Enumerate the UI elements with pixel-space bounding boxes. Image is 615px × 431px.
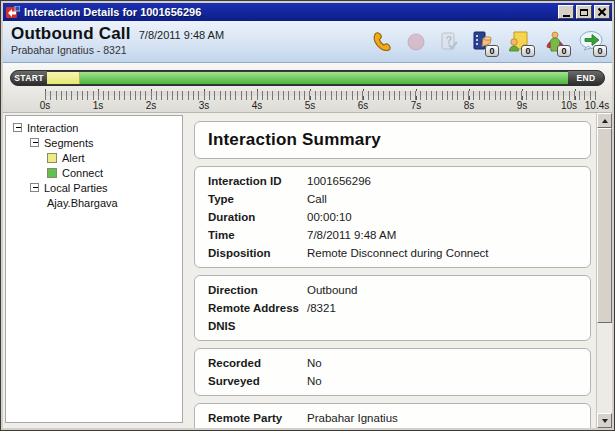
field-row: Remote Party Prabahar Ignatius [195,409,590,427]
field-label: Type [195,193,307,205]
participants-count-badge: 0 [557,45,571,57]
minimize-icon [563,15,570,17]
summary-title-box: Interaction Summary [194,121,591,159]
tree-label-local-party: Ajay.Bhargava [47,197,118,209]
window-title: Interaction Details for 1001656296 [24,6,556,18]
request-assistance-button[interactable]: ? [435,26,462,58]
field-label: Remote Address [195,302,307,314]
field-row: Surveyed No [195,372,590,390]
field-row: Disposition Remote Disconnect during Con… [195,244,590,262]
minimize-button[interactable] [558,5,574,19]
summary-title: Interaction Summary [195,130,590,150]
field-value: Prabahar Ignatius [307,412,590,424]
summary-group-remote-party: Remote Party Prabahar Ignatius [194,403,591,428]
field-value: 7/8/2011 9:48 AM [307,229,590,241]
end-label: END [576,73,595,83]
summary-group-direction: Direction Outbound Remote Address /8321 … [194,275,591,341]
tick-6s: 6s [358,100,369,111]
field-value: /8321 [307,302,590,314]
start-label: START [14,73,44,83]
maximize-button[interactable] [576,5,592,19]
call-timestamp: 7/8/2011 9:48 AM [139,29,224,41]
pickup-call-button[interactable] [369,26,396,58]
field-value: 00:00:10 [307,211,590,223]
field-value: Call [307,193,590,205]
timeline-segment-connect[interactable] [80,72,568,84]
vertical-scrollbar[interactable] [596,113,611,428]
svg-text:?: ? [446,35,452,46]
scrollbar-thumb[interactable] [597,128,612,323]
field-row: Interaction ID 1001656296 [195,172,590,190]
field-label: Disposition [195,247,307,259]
field-row: Time 7/8/2011 9:48 AM [195,226,590,244]
tree-label-segments: Segments [44,137,94,149]
attributes-button[interactable]: 0 [468,26,498,58]
alert-color-swatch [47,153,57,163]
call-type-title: Outbound Call [11,24,131,44]
field-value: 1001656296 [307,175,590,187]
field-label: Time [195,229,307,241]
summary-panel: Interaction Summary Interaction ID 10016… [187,113,595,428]
field-row: Direction Outbound [195,281,590,299]
field-value: No [307,357,590,369]
tree-node-alert[interactable]: Alert [6,150,182,165]
notes-button[interactable]: 0 [504,26,534,58]
field-value: No [307,375,590,387]
collapse-icon[interactable] [30,138,39,147]
content-area: Interaction Segments Alert Connect Local… [3,113,612,428]
app-icon [6,6,20,19]
tree-node-interaction[interactable]: Interaction [6,120,182,135]
tick-10s: 10s [561,100,577,111]
timeline-end-handle[interactable]: END [568,71,604,85]
tick-8s: 8s [464,100,475,111]
maximize-icon [580,9,588,16]
call-party: Prabahar Ignatius - 8321 [11,44,369,56]
connect-color-swatch [47,168,57,178]
tick-1s: 1s [93,100,104,111]
timeline-start-handle[interactable]: START [11,71,47,85]
call-toolbar: ? 0 0 [369,24,606,58]
tick-2s: 2s [146,100,157,111]
field-value: Remote Disconnect during Connect [307,247,590,259]
field-row: Type Call [195,190,590,208]
field-row: DNIS [195,317,590,335]
scroll-down-button[interactable] [597,413,612,428]
field-label: Remote Party [195,412,307,424]
timeline-section: START END 0s 1s 2s 3s 4s 5s 6s 7s 8s 9s … [3,63,612,113]
field-label: DNIS [195,320,307,332]
participants-button[interactable]: 0 [540,26,570,58]
call-header: Outbound Call 7/8/2011 9:48 AM Prabahar … [3,21,612,63]
scroll-up-button[interactable] [597,113,612,128]
tick-5s: 5s [305,100,316,111]
tree-node-local-party[interactable]: Ajay.Bhargava [6,195,182,210]
phone-icon [370,30,395,55]
tick-7s: 7s [411,100,422,111]
attributes-count-badge: 0 [485,45,499,57]
close-button[interactable] [594,5,610,19]
collapse-icon[interactable] [30,183,39,192]
field-row: Recorded No [195,354,590,372]
tree-node-segments[interactable]: Segments [6,135,182,150]
tree-node-local-parties[interactable]: Local Parties [6,180,182,195]
field-label: Direction [195,284,307,296]
timeline-track [47,72,568,84]
field-label: Duration [195,211,307,223]
tree-label-connect: Connect [62,167,103,179]
timeline-slider[interactable]: START END [10,70,605,86]
tree-node-connect[interactable]: Connect [6,165,182,180]
field-label: Interaction ID [195,175,307,187]
tick-10-4s: 10.4s [585,100,609,111]
tick-4s: 4s [252,100,263,111]
interaction-tree: Interaction Segments Alert Connect Local… [5,115,183,423]
notes-count-badge: 0 [521,45,535,57]
timeline-segment-alert[interactable] [47,72,80,84]
field-row: Remote Address /8321 [195,299,590,317]
tree-label-alert: Alert [62,152,85,164]
chat-reply-button[interactable]: 0 [576,26,606,58]
tick-0s: 0s [40,100,51,111]
collapse-icon[interactable] [13,123,22,132]
interaction-details-window: Interaction Details for 1001656296 Outbo… [0,0,615,431]
record-call-button[interactable] [402,26,429,58]
chat-count-badge: 0 [593,45,607,57]
tick-3s: 3s [199,100,210,111]
